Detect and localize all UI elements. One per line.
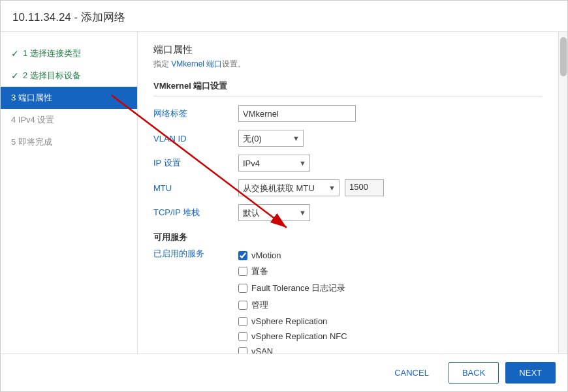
section-desc-suffix: 设置。 bbox=[222, 59, 245, 68]
dialog-body: ✓ 1 选择连接类型 ✓ 2 选择目标设备 3 端口属性 4 IPv4 设置 5… bbox=[1, 32, 567, 354]
dialog-footer: CANCEL BACK NEXT bbox=[1, 354, 567, 391]
mtu-label: MTU bbox=[153, 183, 238, 193]
mtu-select-wrapper: 从交换机获取 MTU ▼ bbox=[238, 179, 339, 196]
provisioning-checkbox[interactable] bbox=[238, 267, 247, 276]
fault-tolerance-label[interactable]: Fault Tolerance 日志记录 bbox=[251, 282, 345, 294]
sidebar-label-5: 5 即将完成 bbox=[11, 136, 52, 148]
check-icon-1: ✓ bbox=[11, 48, 19, 59]
sidebar-item-step3[interactable]: 3 端口属性 bbox=[1, 87, 137, 109]
section-desc-prefix: 指定 bbox=[153, 59, 171, 68]
mtu-row: MTU 从交换机获取 MTU ▼ 1500 bbox=[153, 179, 543, 197]
service-vsphere-replication-row: vSphere Replication bbox=[238, 316, 347, 326]
sidebar-item-step1[interactable]: ✓ 1 选择连接类型 bbox=[1, 42, 137, 65]
vlan-id-label: VLAN ID bbox=[153, 134, 238, 143]
network-label-input[interactable] bbox=[238, 105, 356, 122]
subsection-title: VMkernel 端口设置 bbox=[153, 80, 543, 97]
sidebar-label-3: 3 端口属性 bbox=[11, 92, 52, 104]
tcpip-stack-label: TCP/IP 堆栈 bbox=[153, 207, 238, 219]
tcpip-stack-row: TCP/IP 堆栈 默认 ▼ bbox=[153, 204, 543, 222]
management-checkbox[interactable] bbox=[238, 301, 247, 310]
services-label-row: 可用服务 bbox=[153, 228, 543, 247]
fault-tolerance-checkbox[interactable] bbox=[238, 284, 247, 293]
ip-settings-control: IPv4 ▼ bbox=[238, 155, 310, 172]
network-label-control bbox=[238, 105, 356, 122]
tcpip-stack-select-wrapper: 默认 ▼ bbox=[238, 204, 310, 221]
services-section: vMotion 置备 Fault Tolerance 日志记录 管理 bbox=[238, 250, 347, 354]
section-title: 端口属性 bbox=[153, 44, 543, 56]
sidebar-item-step2[interactable]: ✓ 2 选择目标设备 bbox=[1, 65, 137, 87]
check-icon-2: ✓ bbox=[11, 70, 19, 81]
ip-settings-label: IP 设置 bbox=[153, 157, 238, 169]
network-label-label: 网络标签 bbox=[153, 108, 238, 119]
tcpip-stack-select[interactable]: 默认 bbox=[238, 204, 310, 221]
main-content: 端口属性 指定 VMkernel 端口设置。 VMkernel 端口设置 网络标… bbox=[138, 32, 558, 354]
next-button[interactable]: NEXT bbox=[505, 362, 556, 384]
management-label[interactable]: 管理 bbox=[251, 299, 268, 311]
network-label-row: 网络标签 bbox=[153, 104, 543, 123]
services-label: 可用服务 bbox=[153, 232, 238, 243]
dialog: 10.11.34.24 - 添加网络 ✓ 1 选择连接类型 ✓ 2 选择目标设备… bbox=[0, 0, 568, 392]
tcpip-stack-control: 默认 ▼ bbox=[238, 204, 310, 221]
ip-settings-select-wrapper: IPv4 ▼ bbox=[238, 155, 310, 172]
back-button[interactable]: BACK bbox=[449, 362, 499, 384]
service-fault-tolerance-row: Fault Tolerance 日志记录 bbox=[238, 282, 347, 294]
dialog-title: 10.11.34.24 - 添加网络 bbox=[1, 1, 567, 32]
service-vmotion-row: vMotion bbox=[238, 250, 347, 260]
enabled-services-row: 已启用的服务 vMotion 置备 Fault Tolerance 日志记录 bbox=[153, 248, 543, 354]
vmotion-checkbox[interactable] bbox=[238, 251, 247, 260]
sidebar-item-step4[interactable]: 4 IPv4 设置 bbox=[1, 109, 137, 131]
vsphere-replication-checkbox[interactable] bbox=[238, 317, 247, 326]
vsphere-replication-nfc-label[interactable]: vSphere Replication NFC bbox=[251, 331, 347, 341]
mtu-control: 从交换机获取 MTU ▼ 1500 bbox=[238, 179, 384, 196]
sidebar-label-1: 1 选择连接类型 bbox=[23, 48, 81, 59]
scrollbar-thumb[interactable] bbox=[560, 37, 567, 76]
service-provisioning-row: 置备 bbox=[238, 265, 347, 277]
vmkernel-link[interactable]: VMkernel 端口 bbox=[171, 59, 222, 68]
sidebar-label-4: 4 IPv4 设置 bbox=[11, 114, 54, 126]
service-vsphere-replication-nfc-row: vSphere Replication NFC bbox=[238, 331, 347, 341]
vlan-id-select[interactable]: 无(0) bbox=[238, 130, 304, 147]
enabled-services-label: 已启用的服务 bbox=[153, 248, 238, 260]
vsan-label[interactable]: vSAN bbox=[251, 346, 273, 354]
service-management-row: 管理 bbox=[238, 299, 347, 311]
scrollbar-track[interactable] bbox=[558, 32, 567, 354]
sidebar-item-step5[interactable]: 5 即将完成 bbox=[1, 131, 137, 153]
vlan-id-control: 无(0) ▼ bbox=[238, 130, 304, 147]
provisioning-label[interactable]: 置备 bbox=[251, 265, 268, 277]
vsphere-replication-label[interactable]: vSphere Replication bbox=[251, 316, 327, 326]
vlan-id-row: VLAN ID 无(0) ▼ bbox=[153, 129, 543, 147]
vsan-checkbox[interactable] bbox=[238, 347, 247, 354]
sidebar-label-2: 2 选择目标设备 bbox=[23, 70, 81, 82]
sidebar: ✓ 1 选择连接类型 ✓ 2 选择目标设备 3 端口属性 4 IPv4 设置 5… bbox=[1, 32, 138, 354]
cancel-button[interactable]: CANCEL bbox=[381, 362, 442, 384]
ip-settings-select[interactable]: IPv4 bbox=[238, 155, 310, 172]
service-vsan-row: vSAN bbox=[238, 346, 347, 354]
vmotion-label[interactable]: vMotion bbox=[251, 250, 281, 260]
vlan-id-select-wrapper: 无(0) ▼ bbox=[238, 130, 304, 147]
dialog-title-text: 10.11.34.24 - 添加网络 bbox=[12, 11, 125, 23]
section-desc: 指定 VMkernel 端口设置。 bbox=[153, 59, 543, 70]
ip-settings-row: IP 设置 IPv4 ▼ bbox=[153, 154, 543, 172]
vsphere-replication-nfc-checkbox[interactable] bbox=[238, 332, 247, 341]
mtu-select[interactable]: 从交换机获取 MTU bbox=[238, 179, 339, 196]
mtu-number: 1500 bbox=[345, 179, 384, 196]
